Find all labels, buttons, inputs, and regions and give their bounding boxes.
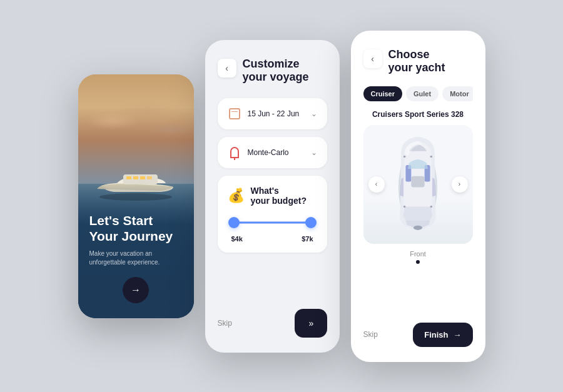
yacht-type-tabs: Cruiser Gulet Motor Sp: [363, 86, 473, 101]
money-bag-icon: 💰: [228, 188, 245, 204]
next-button[interactable]: »: [295, 309, 327, 338]
screen3-yacht: ‹ Choose your yacht Cruiser Gulet Motor …: [351, 31, 485, 362]
next-yacht-button[interactable]: ›: [452, 176, 468, 193]
yacht-viewer: ‹: [363, 125, 473, 244]
svg-rect-5: [147, 176, 152, 179]
prev-yacht-button[interactable]: ‹: [368, 176, 385, 193]
svg-rect-9: [411, 176, 424, 187]
svg-point-10: [413, 225, 422, 229]
date-left: 15 Jun - 22 Jun: [228, 107, 300, 121]
nav-left-icon: ‹: [375, 181, 377, 188]
clouds-layer: [78, 86, 194, 172]
budget-min-label: $4k: [231, 235, 243, 243]
arrow-right-icon: →: [131, 284, 141, 296]
screen2-title: Customize your voyage: [243, 58, 309, 84]
date-value: 15 Jun - 22 Jun: [248, 109, 300, 118]
yacht-topdown-view: [380, 134, 455, 234]
tab-gulet[interactable]: Gulet: [406, 86, 439, 101]
screen1-intro: Let's Start Your Journey Make your vacat…: [78, 74, 194, 318]
slider-thumb-min[interactable]: [228, 217, 240, 228]
skip-link[interactable]: Skip: [218, 319, 232, 328]
screen1-subtitle: Make your vacation an unforgettable expe…: [89, 249, 183, 267]
screen2-footer: Skip »: [218, 309, 327, 338]
budget-slider[interactable]: [228, 216, 317, 229]
budget-header: 💰 What's your budget?: [228, 186, 317, 207]
budget-card: 💰 What's your budget? $4k $7k: [218, 176, 327, 253]
nav-right-icon: ›: [459, 181, 460, 188]
slider-thumb-max[interactable]: [305, 217, 317, 228]
date-selector[interactable]: 15 Jun - 22 Jun ⌄: [218, 98, 327, 129]
back-icon: ‹: [225, 63, 228, 73]
location-selector[interactable]: Monte-Carlo ⌄: [218, 137, 327, 168]
svg-point-13: [403, 205, 406, 208]
budget-title: What's your budget?: [251, 186, 307, 207]
chevron-down-icon: ⌄: [311, 109, 317, 118]
back-icon-3: ‹: [371, 54, 374, 64]
location-icon-wrapper: [228, 146, 241, 159]
yacht-model-name: Cruisers Sport Series 328: [363, 110, 473, 119]
screen1-title: Let's Start Your Journey: [89, 213, 183, 244]
slider-track: [234, 222, 311, 224]
screen1-content: Let's Start Your Journey Make your vacat…: [78, 200, 194, 318]
slider-fill: [234, 222, 311, 224]
finish-button[interactable]: Finish →: [413, 323, 472, 347]
svg-rect-2: [126, 176, 131, 179]
svg-rect-4: [140, 176, 145, 179]
double-arrow-icon: »: [309, 318, 313, 328]
location-value: Monte-Carlo: [248, 148, 289, 157]
screen2-header: ‹ Customize your voyage: [218, 58, 327, 84]
view-dot-indicator: [416, 260, 420, 264]
slider-labels: $4k $7k: [228, 235, 317, 243]
calendar-icon: [228, 107, 241, 121]
budget-max-label: $7k: [302, 235, 313, 243]
svg-point-12: [430, 155, 433, 158]
screen3-title: Choose your yacht: [388, 48, 445, 75]
back-button-3[interactable]: ‹: [363, 49, 382, 68]
finish-label: Finish: [424, 330, 448, 339]
tab-motor[interactable]: Motor: [442, 86, 472, 101]
back-button[interactable]: ‹: [218, 59, 236, 78]
screens-container: Let's Start Your Journey Make your vacat…: [59, 12, 504, 381]
skip-link-3[interactable]: Skip: [363, 330, 378, 339]
chevron-down-icon-2: ⌄: [311, 148, 317, 157]
svg-point-14: [430, 205, 433, 208]
svg-point-11: [403, 155, 406, 158]
screen3-footer: Skip Finish →: [363, 323, 473, 347]
screen2-customize: ‹ Customize your voyage 15 Jun - 22 Jun …: [205, 40, 340, 353]
screen1-next-button[interactable]: →: [123, 277, 149, 303]
svg-rect-3: [133, 176, 138, 179]
finish-arrow-icon: →: [454, 330, 462, 339]
location-left: Monte-Carlo: [228, 146, 289, 159]
tab-cruiser[interactable]: Cruiser: [363, 86, 403, 101]
view-angle-label: Front: [363, 250, 473, 258]
screen3-header: ‹ Choose your yacht: [363, 48, 473, 75]
